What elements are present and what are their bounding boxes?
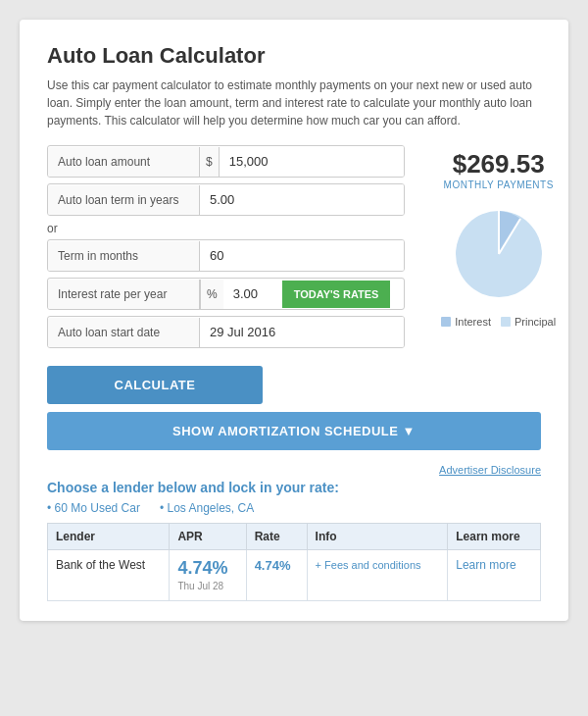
filter-item-2[interactable]: • Los Angeles, CA xyxy=(160,501,254,515)
amortization-button[interactable]: SHOW AMORTIZATION SCHEDULE ▼ xyxy=(47,412,541,450)
filter-item-1[interactable]: • 60 Mo Used Car xyxy=(47,501,140,515)
calculate-button[interactable]: CALCULATE xyxy=(47,366,263,404)
learn-more-link[interactable]: Learn more xyxy=(456,558,515,572)
interest-rate-suffix: % xyxy=(200,280,223,309)
col-apr: APR xyxy=(170,524,246,550)
loan-amount-row: Auto loan amount $ xyxy=(47,145,405,178)
term-months-label: Term in months xyxy=(48,241,200,271)
chart-section: $269.53 MONTHLY PAYMENTS Interest xyxy=(420,145,577,404)
main-layout: Auto loan amount $ Auto loan term in yea… xyxy=(47,145,541,404)
pie-chart xyxy=(445,200,553,308)
chart-legend: Interest Principal xyxy=(441,316,556,328)
bullet-1: • xyxy=(47,501,55,515)
cell-apr: 4.74% Thu Jul 28 xyxy=(170,550,246,601)
pie-svg xyxy=(445,200,553,308)
principal-label: Principal xyxy=(514,316,556,328)
rate-value: 4.74% xyxy=(255,558,291,573)
loan-amount-input[interactable] xyxy=(220,146,404,177)
col-info: Info xyxy=(307,524,448,550)
monthly-label: MONTHLY PAYMENTS xyxy=(444,179,554,190)
advertiser-link[interactable]: Advertiser Disclosure xyxy=(439,464,541,476)
cell-info: + Fees and conditions xyxy=(307,550,448,601)
term-months-input[interactable] xyxy=(200,240,404,271)
principal-dot xyxy=(501,317,511,327)
lender-section: Advertiser Disclosure Choose a lender be… xyxy=(47,464,541,601)
interest-dot xyxy=(441,317,451,327)
page-title: Auto Loan Calculator xyxy=(47,43,541,69)
loan-term-years-label: Auto loan term in years xyxy=(48,185,200,215)
form-section: Auto loan amount $ Auto loan term in yea… xyxy=(47,145,405,404)
advertiser-row: Advertiser Disclosure xyxy=(47,464,541,476)
cell-rate: 4.74% xyxy=(246,550,307,601)
cell-lender: Bank of the West xyxy=(48,550,170,601)
loan-term-years-input[interactable] xyxy=(200,184,404,215)
calculate-row: CALCULATE xyxy=(47,354,405,404)
col-learn: Learn more xyxy=(448,524,541,550)
loan-amount-label: Auto loan amount xyxy=(48,147,200,177)
apr-date: Thu Jul 28 xyxy=(177,581,223,591)
interest-rate-input[interactable] xyxy=(223,279,282,309)
start-date-row: Auto loan start date xyxy=(47,316,405,348)
cell-learn: Learn more xyxy=(448,550,541,601)
apr-value: 4.74% xyxy=(177,558,227,578)
term-months-row: Term in months xyxy=(47,239,405,272)
col-lender: Lender xyxy=(48,524,170,550)
table-row: Bank of the West 4.74% Thu Jul 28 4.74% … xyxy=(48,550,541,601)
col-rate: Rate xyxy=(246,524,307,550)
loan-term-years-row: Auto loan term in years xyxy=(47,183,405,216)
interest-label: Interest xyxy=(455,316,491,328)
table-header-row: Lender APR Rate Info Learn more xyxy=(48,524,541,550)
interest-rate-label: Interest rate per year xyxy=(48,280,200,309)
page-description: Use this car payment calculator to estim… xyxy=(47,77,541,129)
calculator-card: Auto Loan Calculator Use this car paymen… xyxy=(20,20,568,621)
filter-row: • 60 Mo Used Car • Los Angeles, CA xyxy=(47,501,541,515)
legend-interest: Interest xyxy=(441,316,491,328)
lender-heading: Choose a lender below and lock in your r… xyxy=(47,480,541,495)
start-date-input[interactable] xyxy=(200,317,404,347)
start-date-label: Auto loan start date xyxy=(48,318,200,347)
interest-rate-row: Interest rate per year % TODAY'S RATES xyxy=(47,278,405,310)
monthly-amount: $269.53 xyxy=(453,149,545,179)
loan-amount-prefix: $ xyxy=(200,147,220,177)
info-link[interactable]: + Fees and conditions xyxy=(316,559,421,571)
legend-principal: Principal xyxy=(501,316,556,328)
todays-rates-button[interactable]: TODAY'S RATES xyxy=(282,281,391,308)
lender-table: Lender APR Rate Info Learn more Bank of … xyxy=(47,523,541,601)
or-text: or xyxy=(47,222,405,235)
